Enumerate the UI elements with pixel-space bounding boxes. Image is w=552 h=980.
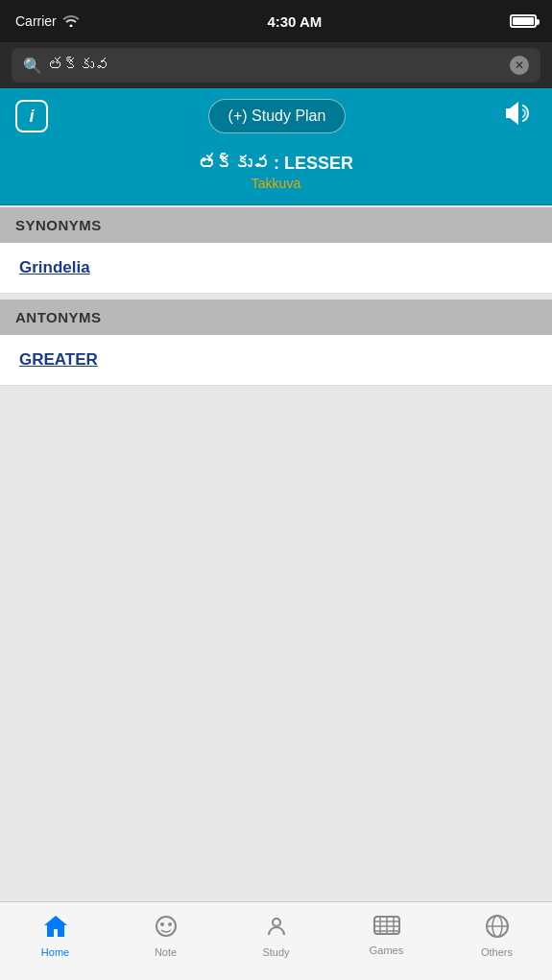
- tab-games[interactable]: Games: [331, 910, 442, 956]
- svg-point-1: [160, 922, 164, 926]
- status-left: Carrier: [15, 13, 80, 30]
- antonym-word-greater[interactable]: GREATER: [19, 350, 98, 369]
- battery-icon: [510, 14, 537, 28]
- sound-button[interactable]: [506, 100, 537, 133]
- tab-note[interactable]: Note: [110, 910, 221, 958]
- antonym-item[interactable]: GREATER: [0, 335, 552, 386]
- tab-home-label: Home: [41, 946, 69, 958]
- toolbar: i (+) Study Plan: [0, 88, 552, 144]
- info-button[interactable]: i: [15, 100, 48, 132]
- word-telugu-english: తక్కువ : LESSER: [0, 154, 552, 174]
- home-icon: [42, 914, 69, 943]
- search-query-text: తక్కువ: [48, 57, 510, 74]
- study-icon: [264, 914, 289, 943]
- tab-bar: Home Note Study: [0, 901, 552, 980]
- tab-games-label: Games: [370, 944, 403, 956]
- time-display: 4:30 AM: [267, 13, 322, 30]
- antonyms-section-header: ANTONYMS: [0, 299, 552, 335]
- study-plan-button[interactable]: (+) Study Plan: [208, 99, 347, 133]
- word-header: తక్కువ : LESSER Takkuva: [0, 144, 552, 205]
- note-icon: [154, 914, 179, 943]
- synonym-word-grindelia[interactable]: Grindelia: [19, 258, 90, 276]
- games-icon: [373, 914, 400, 941]
- status-bar: Carrier 4:30 AM: [0, 0, 552, 42]
- svg-point-3: [273, 919, 280, 926]
- tab-study[interactable]: Study: [221, 910, 331, 958]
- others-icon: [485, 914, 510, 943]
- tab-others-label: Others: [481, 946, 513, 958]
- clear-search-button[interactable]: ✕: [510, 56, 529, 75]
- synonym-item[interactable]: Grindelia: [0, 243, 552, 294]
- tab-home[interactable]: Home: [0, 910, 110, 958]
- status-right: [510, 14, 537, 28]
- svg-point-0: [156, 917, 176, 936]
- search-magnifier-icon: 🔍: [23, 57, 42, 75]
- synonyms-section-header: SYNONYMS: [0, 207, 552, 243]
- svg-point-2: [168, 922, 172, 926]
- tab-others[interactable]: Others: [442, 910, 552, 958]
- study-plan-label: (+) Study Plan: [228, 108, 326, 125]
- search-bar: 🔍 తక్కువ ✕: [0, 42, 552, 88]
- content-area: [0, 386, 552, 980]
- word-transliteration: Takkuva: [0, 176, 552, 191]
- info-icon: i: [29, 107, 34, 127]
- wifi-icon: [62, 13, 80, 30]
- tab-study-label: Study: [262, 946, 289, 958]
- tab-note-label: Note: [155, 946, 177, 958]
- search-field[interactable]: 🔍 తక్కువ ✕: [12, 48, 540, 83]
- carrier-label: Carrier: [15, 13, 57, 29]
